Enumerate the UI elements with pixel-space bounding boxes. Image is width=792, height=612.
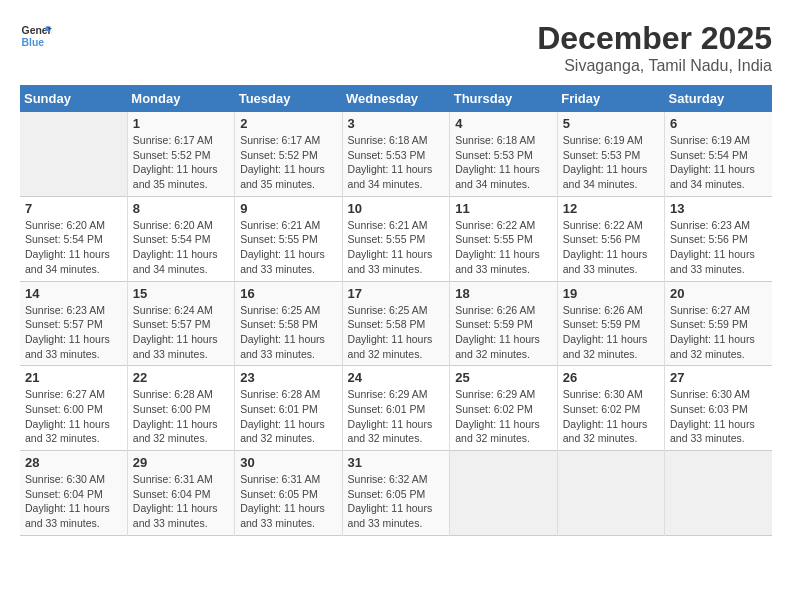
svg-text:Blue: Blue: [22, 37, 45, 48]
table-cell: 16Sunrise: 6:25 AMSunset: 5:58 PMDayligh…: [235, 281, 342, 366]
header-tuesday: Tuesday: [235, 85, 342, 112]
day-info: Sunrise: 6:17 AMSunset: 5:52 PMDaylight:…: [133, 133, 229, 192]
table-cell: 20Sunrise: 6:27 AMSunset: 5:59 PMDayligh…: [665, 281, 773, 366]
day-number: 19: [563, 286, 659, 301]
logo: General Blue: [20, 20, 52, 52]
calendar-table: Sunday Monday Tuesday Wednesday Thursday…: [20, 85, 772, 536]
week-row-1: 1Sunrise: 6:17 AMSunset: 5:52 PMDaylight…: [20, 112, 772, 196]
day-info: Sunrise: 6:31 AMSunset: 6:04 PMDaylight:…: [133, 472, 229, 531]
day-number: 2: [240, 116, 336, 131]
day-number: 25: [455, 370, 551, 385]
day-info: Sunrise: 6:29 AMSunset: 6:02 PMDaylight:…: [455, 387, 551, 446]
day-info: Sunrise: 6:22 AMSunset: 5:55 PMDaylight:…: [455, 218, 551, 277]
day-info: Sunrise: 6:28 AMSunset: 6:00 PMDaylight:…: [133, 387, 229, 446]
logo-icon: General Blue: [20, 20, 52, 52]
day-info: Sunrise: 6:19 AMSunset: 5:54 PMDaylight:…: [670, 133, 767, 192]
week-row-5: 28Sunrise: 6:30 AMSunset: 6:04 PMDayligh…: [20, 451, 772, 536]
day-info: Sunrise: 6:32 AMSunset: 6:05 PMDaylight:…: [348, 472, 445, 531]
table-cell: 27Sunrise: 6:30 AMSunset: 6:03 PMDayligh…: [665, 366, 773, 451]
table-cell: 2Sunrise: 6:17 AMSunset: 5:52 PMDaylight…: [235, 112, 342, 196]
table-cell: [557, 451, 664, 536]
table-cell: 29Sunrise: 6:31 AMSunset: 6:04 PMDayligh…: [127, 451, 234, 536]
day-number: 23: [240, 370, 336, 385]
day-number: 18: [455, 286, 551, 301]
table-cell: 23Sunrise: 6:28 AMSunset: 6:01 PMDayligh…: [235, 366, 342, 451]
header-wednesday: Wednesday: [342, 85, 450, 112]
week-row-2: 7Sunrise: 6:20 AMSunset: 5:54 PMDaylight…: [20, 196, 772, 281]
day-number: 4: [455, 116, 551, 131]
table-cell: 18Sunrise: 6:26 AMSunset: 5:59 PMDayligh…: [450, 281, 557, 366]
table-cell: 4Sunrise: 6:18 AMSunset: 5:53 PMDaylight…: [450, 112, 557, 196]
day-info: Sunrise: 6:25 AMSunset: 5:58 PMDaylight:…: [240, 303, 336, 362]
day-info: Sunrise: 6:30 AMSunset: 6:04 PMDaylight:…: [25, 472, 122, 531]
month-title: December 2025: [537, 20, 772, 57]
day-info: Sunrise: 6:17 AMSunset: 5:52 PMDaylight:…: [240, 133, 336, 192]
table-cell: 19Sunrise: 6:26 AMSunset: 5:59 PMDayligh…: [557, 281, 664, 366]
table-cell: 26Sunrise: 6:30 AMSunset: 6:02 PMDayligh…: [557, 366, 664, 451]
day-number: 8: [133, 201, 229, 216]
table-cell: 24Sunrise: 6:29 AMSunset: 6:01 PMDayligh…: [342, 366, 450, 451]
day-number: 28: [25, 455, 122, 470]
day-info: Sunrise: 6:30 AMSunset: 6:02 PMDaylight:…: [563, 387, 659, 446]
table-cell: 12Sunrise: 6:22 AMSunset: 5:56 PMDayligh…: [557, 196, 664, 281]
day-number: 13: [670, 201, 767, 216]
day-info: Sunrise: 6:30 AMSunset: 6:03 PMDaylight:…: [670, 387, 767, 446]
day-number: 9: [240, 201, 336, 216]
table-cell: 7Sunrise: 6:20 AMSunset: 5:54 PMDaylight…: [20, 196, 127, 281]
day-info: Sunrise: 6:29 AMSunset: 6:01 PMDaylight:…: [348, 387, 445, 446]
day-number: 3: [348, 116, 445, 131]
table-cell: 10Sunrise: 6:21 AMSunset: 5:55 PMDayligh…: [342, 196, 450, 281]
table-cell: 28Sunrise: 6:30 AMSunset: 6:04 PMDayligh…: [20, 451, 127, 536]
header-sunday: Sunday: [20, 85, 127, 112]
table-cell: 3Sunrise: 6:18 AMSunset: 5:53 PMDaylight…: [342, 112, 450, 196]
week-row-4: 21Sunrise: 6:27 AMSunset: 6:00 PMDayligh…: [20, 366, 772, 451]
day-info: Sunrise: 6:18 AMSunset: 5:53 PMDaylight:…: [348, 133, 445, 192]
day-number: 30: [240, 455, 336, 470]
day-number: 17: [348, 286, 445, 301]
table-cell: 17Sunrise: 6:25 AMSunset: 5:58 PMDayligh…: [342, 281, 450, 366]
day-info: Sunrise: 6:20 AMSunset: 5:54 PMDaylight:…: [25, 218, 122, 277]
day-number: 14: [25, 286, 122, 301]
day-info: Sunrise: 6:26 AMSunset: 5:59 PMDaylight:…: [455, 303, 551, 362]
table-cell: 30Sunrise: 6:31 AMSunset: 6:05 PMDayligh…: [235, 451, 342, 536]
day-info: Sunrise: 6:22 AMSunset: 5:56 PMDaylight:…: [563, 218, 659, 277]
day-number: 31: [348, 455, 445, 470]
table-cell: 11Sunrise: 6:22 AMSunset: 5:55 PMDayligh…: [450, 196, 557, 281]
header-monday: Monday: [127, 85, 234, 112]
day-info: Sunrise: 6:27 AMSunset: 5:59 PMDaylight:…: [670, 303, 767, 362]
table-cell: 1Sunrise: 6:17 AMSunset: 5:52 PMDaylight…: [127, 112, 234, 196]
day-number: 16: [240, 286, 336, 301]
day-info: Sunrise: 6:23 AMSunset: 5:57 PMDaylight:…: [25, 303, 122, 362]
day-info: Sunrise: 6:28 AMSunset: 6:01 PMDaylight:…: [240, 387, 336, 446]
day-info: Sunrise: 6:31 AMSunset: 6:05 PMDaylight:…: [240, 472, 336, 531]
day-number: 11: [455, 201, 551, 216]
week-row-3: 14Sunrise: 6:23 AMSunset: 5:57 PMDayligh…: [20, 281, 772, 366]
day-number: 1: [133, 116, 229, 131]
day-info: Sunrise: 6:26 AMSunset: 5:59 PMDaylight:…: [563, 303, 659, 362]
day-number: 24: [348, 370, 445, 385]
table-cell: 31Sunrise: 6:32 AMSunset: 6:05 PMDayligh…: [342, 451, 450, 536]
day-info: Sunrise: 6:25 AMSunset: 5:58 PMDaylight:…: [348, 303, 445, 362]
table-cell: 15Sunrise: 6:24 AMSunset: 5:57 PMDayligh…: [127, 281, 234, 366]
table-cell: 13Sunrise: 6:23 AMSunset: 5:56 PMDayligh…: [665, 196, 773, 281]
day-number: 29: [133, 455, 229, 470]
table-cell: 25Sunrise: 6:29 AMSunset: 6:02 PMDayligh…: [450, 366, 557, 451]
day-info: Sunrise: 6:21 AMSunset: 5:55 PMDaylight:…: [348, 218, 445, 277]
table-cell: 22Sunrise: 6:28 AMSunset: 6:00 PMDayligh…: [127, 366, 234, 451]
title-block: December 2025 Sivaganga, Tamil Nadu, Ind…: [537, 20, 772, 75]
day-number: 6: [670, 116, 767, 131]
page-header: General Blue December 2025 Sivaganga, Ta…: [20, 20, 772, 75]
header-row: Sunday Monday Tuesday Wednesday Thursday…: [20, 85, 772, 112]
header-saturday: Saturday: [665, 85, 773, 112]
header-friday: Friday: [557, 85, 664, 112]
table-cell: [450, 451, 557, 536]
table-cell: 5Sunrise: 6:19 AMSunset: 5:53 PMDaylight…: [557, 112, 664, 196]
day-info: Sunrise: 6:23 AMSunset: 5:56 PMDaylight:…: [670, 218, 767, 277]
day-number: 26: [563, 370, 659, 385]
day-info: Sunrise: 6:20 AMSunset: 5:54 PMDaylight:…: [133, 218, 229, 277]
table-cell: [20, 112, 127, 196]
location-subtitle: Sivaganga, Tamil Nadu, India: [537, 57, 772, 75]
table-cell: 14Sunrise: 6:23 AMSunset: 5:57 PMDayligh…: [20, 281, 127, 366]
day-number: 27: [670, 370, 767, 385]
day-number: 12: [563, 201, 659, 216]
